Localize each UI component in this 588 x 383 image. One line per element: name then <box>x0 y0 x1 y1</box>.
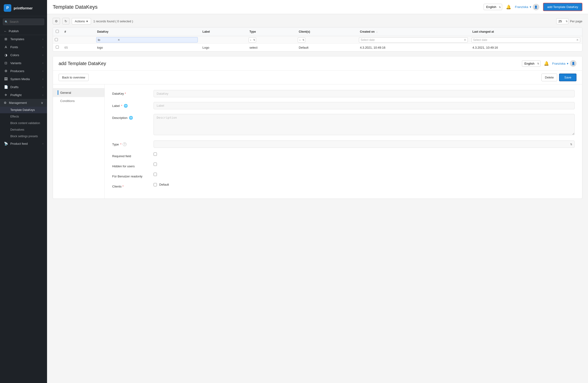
row-clients: Default <box>296 44 357 52</box>
sidebar-item-system-media[interactable]: 🖼 System Media › <box>0 75 47 83</box>
templates-icon: ⊞ <box>4 37 8 41</box>
row-checkbox[interactable] <box>56 46 59 49</box>
language-select[interactable]: English <box>483 4 502 10</box>
sidebar-item-product-feed[interactable]: 📡 Product feed › <box>0 140 47 148</box>
description-label: Description 🌐 <box>112 114 150 120</box>
preflight-icon: ✈ <box>4 93 8 97</box>
publish-header[interactable]: ← Publish <box>0 27 47 35</box>
sidebar-item-templates[interactable]: ⊞ Templates › <box>0 35 47 43</box>
description-textarea[interactable] <box>154 114 575 135</box>
form-group-description: Description 🌐 <box>112 114 575 136</box>
client-filter-select[interactable]: - <box>298 37 305 42</box>
refresh-button[interactable]: ↻ <box>62 18 69 24</box>
form-language-select[interactable]: English <box>522 60 541 67</box>
created-date-clear-icon[interactable]: ✕ <box>464 38 466 42</box>
sub-item-label: Derivatives <box>10 128 24 131</box>
filter-checkbox[interactable] <box>55 38 58 41</box>
filter-checkbox-cell <box>53 36 62 44</box>
form-group-type: Type * ? select text <box>112 140 575 148</box>
row-datakey: logo <box>94 44 200 52</box>
table-row: 65 logo Logo select Default 4.3.2021, 10… <box>53 44 582 52</box>
filter-datakey-cell: ✕ <box>94 36 200 44</box>
user-info[interactable]: Franziska ▾ 👤 <box>515 4 539 10</box>
clients-default-checkbox[interactable] <box>154 183 157 186</box>
col-header-created-on[interactable]: Created on ↓ <box>357 27 469 36</box>
add-form-panel: add Template DataKey English 🔔 Franziska… <box>53 56 582 199</box>
back-to-overview-button[interactable]: Back to overview <box>59 74 89 81</box>
sidebar-item-label: Drafts <box>10 85 19 89</box>
form-tab-general[interactable]: General <box>53 88 105 97</box>
form-bell-icon[interactable]: 🔔 <box>544 61 549 66</box>
sidebar-sub-block-content-validation[interactable]: Block content validation <box>0 120 47 126</box>
sidebar-item-producers[interactable]: ⚙ Producers › <box>0 67 47 75</box>
description-control <box>154 114 575 136</box>
type-select[interactable]: select text <box>154 140 575 148</box>
form-tab-conditions[interactable]: Conditions <box>53 97 105 105</box>
last-changed-date-clear-icon[interactable]: ✕ <box>576 38 579 42</box>
sidebar-item-label: Management <box>9 101 27 105</box>
sidebar-sub-block-settings-presets[interactable]: Block settings presets <box>0 133 47 140</box>
sidebar-item-label: Templates <box>10 37 24 41</box>
description-globe-icon[interactable]: 🌐 <box>129 116 133 120</box>
type-control: select text <box>154 140 575 148</box>
sidebar-item-label: Preflight <box>10 93 22 97</box>
help-icon[interactable]: ? <box>123 142 126 146</box>
fur-benutzer-checkbox[interactable] <box>154 173 157 176</box>
label-input[interactable] <box>154 102 575 109</box>
filter-clear-icon[interactable]: ✕ <box>118 38 120 42</box>
select-all-checkbox[interactable] <box>56 30 59 33</box>
sidebar-item-colors[interactable]: ◑ Colors › <box>0 51 47 59</box>
chevron-right-icon: › <box>42 38 43 40</box>
search-input[interactable] <box>3 19 44 25</box>
filter-last-changed-cell: Select date ✕ <box>470 36 582 44</box>
form-user-info[interactable]: Franziska ▾ 👤 <box>552 60 576 67</box>
form-group-clients: Clients * Default <box>112 183 575 188</box>
form-tab-sidebar: General Conditions <box>53 84 105 199</box>
globe-icon[interactable]: 🌐 <box>124 104 128 108</box>
sidebar-item-preflight[interactable]: ✈ Preflight › <box>0 91 47 99</box>
sidebar-sub-derivatives[interactable]: Derivatives <box>0 126 47 133</box>
form-language-selector-wrap: English <box>522 60 541 67</box>
fur-benutzer-control <box>154 173 575 176</box>
save-button[interactable]: Save <box>559 74 576 81</box>
delete-button[interactable]: Delete <box>542 74 557 81</box>
label-field-label: Label * 🌐 <box>112 102 150 108</box>
form-actions-right: Delete Save <box>542 74 576 81</box>
sub-item-label: Block content validation <box>10 121 40 125</box>
filter-label-cell <box>200 36 247 44</box>
variants-icon: ⊡ <box>4 61 8 65</box>
publish-label: Publish <box>9 29 19 33</box>
colors-icon: ◑ <box>4 53 8 57</box>
sidebar-item-management[interactable]: ⚙ Management ∨ <box>0 99 47 107</box>
logo-area: P printformer <box>0 0 47 16</box>
gear-button[interactable]: ⚙ <box>53 18 60 24</box>
sidebar-item-variants[interactable]: ⊡ Variants › <box>0 59 47 67</box>
form-user-name: Franziska <box>552 62 566 65</box>
drafts-icon: 📄 <box>4 85 8 89</box>
chevron-right-icon: › <box>42 78 43 80</box>
actions-button[interactable]: Actions ▾ <box>72 18 91 24</box>
chevron-right-icon: › <box>42 54 43 57</box>
sidebar-sub-template-datakeys[interactable]: Template DataKeys <box>0 107 47 113</box>
sidebar-item-fonts[interactable]: A Fonts › <box>0 43 47 51</box>
last-changed-date-placeholder: Select date <box>473 38 575 42</box>
sidebar-item-label: System Media <box>10 77 30 81</box>
type-filter-select[interactable]: - <box>249 37 256 42</box>
clients-default-label: Default <box>159 183 169 186</box>
required-field-checkbox[interactable] <box>154 153 157 156</box>
bell-icon[interactable]: 🔔 <box>506 4 511 10</box>
hidden-for-users-checkbox[interactable] <box>154 163 157 166</box>
per-page-select[interactable]: 25 50 100 <box>556 18 568 24</box>
sidebar-item-drafts[interactable]: 📄 Drafts › <box>0 83 47 91</box>
required-asterisk: * <box>125 92 126 96</box>
user-name: Franziska <box>515 5 528 9</box>
clients-label: Clients * <box>112 183 150 188</box>
datakey-input[interactable] <box>154 90 575 97</box>
datakey-filter-input[interactable] <box>98 38 117 42</box>
form-tab-general-label: General <box>60 91 71 95</box>
sidebar-sub-effects[interactable]: Effects <box>0 113 47 120</box>
add-template-datakey-button[interactable]: add Template DataKey <box>543 3 582 11</box>
col-header-clients: Client(s) <box>296 27 357 36</box>
row-label: Logo <box>200 44 247 52</box>
type-select-wrap: select text <box>154 140 575 148</box>
